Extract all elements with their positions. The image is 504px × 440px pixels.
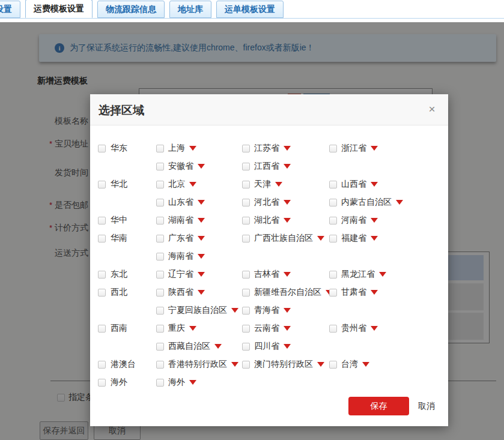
province-item[interactable]: 重庆 bbox=[156, 319, 242, 337]
dropdown-triangle-icon[interactable] bbox=[284, 308, 291, 313]
province-checkbox[interactable] bbox=[242, 325, 250, 333]
province-item[interactable]: 山西省 bbox=[329, 175, 442, 193]
region-item[interactable]: 华东 bbox=[98, 139, 156, 157]
dropdown-triangle-icon[interactable] bbox=[231, 308, 238, 313]
province-item[interactable]: 海南省 bbox=[156, 247, 242, 265]
province-item[interactable]: 贵州省 bbox=[329, 319, 442, 337]
province-item[interactable]: 黑龙江省 bbox=[329, 265, 442, 283]
province-item[interactable]: 宁夏回族自治区 bbox=[156, 301, 242, 319]
dropdown-triangle-icon[interactable] bbox=[371, 290, 378, 295]
province-item[interactable]: 吉林省 bbox=[242, 265, 329, 283]
province-checkbox[interactable] bbox=[242, 199, 250, 206]
province-item[interactable]: 四川省 bbox=[242, 337, 329, 355]
province-checkbox[interactable] bbox=[242, 343, 250, 351]
dropdown-triangle-icon[interactable] bbox=[371, 146, 378, 151]
dropdown-triangle-icon[interactable] bbox=[189, 326, 196, 331]
province-checkbox[interactable] bbox=[156, 271, 164, 279]
province-item[interactable]: 甘肃省 bbox=[329, 283, 442, 301]
dropdown-triangle-icon[interactable] bbox=[198, 254, 205, 259]
dropdown-triangle-icon[interactable] bbox=[284, 164, 291, 169]
dropdown-triangle-icon[interactable] bbox=[198, 272, 205, 277]
province-item[interactable]: 上海 bbox=[156, 139, 242, 157]
region-item[interactable]: 海外 bbox=[98, 373, 156, 391]
province-item[interactable]: 湖北省 bbox=[242, 211, 329, 229]
province-item[interactable]: 内蒙古自治区 bbox=[329, 193, 442, 211]
province-checkbox[interactable] bbox=[156, 181, 164, 188]
province-item[interactable]: 广东省 bbox=[156, 229, 242, 247]
region-checkbox[interactable] bbox=[98, 235, 106, 243]
tab-2[interactable]: 物流跟踪信息 bbox=[97, 1, 165, 18]
province-checkbox[interactable] bbox=[242, 307, 250, 315]
dropdown-triangle-icon[interactable] bbox=[284, 218, 291, 223]
region-item[interactable]: 华北 bbox=[98, 175, 156, 193]
province-item[interactable]: 浙江省 bbox=[329, 139, 442, 157]
province-checkbox[interactable] bbox=[242, 181, 250, 188]
province-checkbox[interactable] bbox=[156, 253, 164, 261]
province-item[interactable]: 江苏省 bbox=[242, 139, 329, 157]
province-checkbox[interactable] bbox=[156, 235, 164, 243]
dropdown-triangle-icon[interactable] bbox=[198, 200, 205, 205]
province-checkbox[interactable] bbox=[156, 307, 164, 315]
province-item[interactable]: 陕西省 bbox=[156, 283, 242, 301]
dropdown-triangle-icon[interactable] bbox=[317, 362, 324, 367]
province-item[interactable]: 北京 bbox=[156, 175, 242, 193]
province-checkbox[interactable] bbox=[242, 145, 250, 152]
region-item[interactable]: 华中 bbox=[98, 211, 156, 229]
dropdown-triangle-icon[interactable] bbox=[189, 182, 196, 187]
tab-4[interactable]: 运单模板设置 bbox=[216, 1, 284, 18]
region-checkbox[interactable] bbox=[98, 271, 106, 279]
dropdown-triangle-icon[interactable] bbox=[284, 272, 291, 277]
province-checkbox[interactable] bbox=[242, 235, 250, 243]
province-checkbox[interactable] bbox=[329, 199, 337, 206]
province-checkbox[interactable] bbox=[242, 271, 250, 279]
dropdown-triangle-icon[interactable] bbox=[284, 326, 291, 331]
province-checkbox[interactable] bbox=[242, 361, 250, 369]
province-item[interactable]: 福建省 bbox=[329, 229, 442, 247]
dropdown-triangle-icon[interactable] bbox=[284, 200, 291, 205]
province-checkbox[interactable] bbox=[242, 217, 250, 225]
dropdown-triangle-icon[interactable] bbox=[231, 362, 238, 367]
region-checkbox[interactable] bbox=[98, 145, 106, 152]
province-checkbox[interactable] bbox=[329, 235, 337, 243]
province-item[interactable]: 海外 bbox=[156, 373, 242, 391]
province-item[interactable]: 山东省 bbox=[156, 193, 242, 211]
dropdown-triangle-icon[interactable] bbox=[396, 200, 403, 205]
province-checkbox[interactable] bbox=[242, 163, 250, 170]
province-item[interactable]: 河南省 bbox=[329, 211, 442, 229]
dropdown-triangle-icon[interactable] bbox=[198, 290, 205, 295]
province-checkbox[interactable] bbox=[156, 325, 164, 333]
region-item[interactable]: 西北 bbox=[98, 283, 156, 301]
dropdown-triangle-icon[interactable] bbox=[317, 236, 324, 241]
dropdown-triangle-icon[interactable] bbox=[198, 236, 205, 241]
dropdown-triangle-icon[interactable] bbox=[284, 344, 291, 349]
province-item[interactable]: 澳门特别行政区 bbox=[242, 355, 329, 373]
province-item[interactable]: 广西壮族自治区 bbox=[242, 229, 329, 247]
province-checkbox[interactable] bbox=[329, 289, 337, 297]
region-item[interactable]: 华南 bbox=[98, 229, 156, 247]
dropdown-triangle-icon[interactable] bbox=[371, 236, 378, 241]
province-item[interactable]: 云南省 bbox=[242, 319, 329, 337]
region-checkbox[interactable] bbox=[98, 181, 106, 188]
tab-0[interactable]: 服务商设置 bbox=[0, 1, 20, 18]
province-checkbox[interactable] bbox=[156, 289, 164, 297]
province-checkbox[interactable] bbox=[156, 217, 164, 225]
dropdown-triangle-icon[interactable] bbox=[371, 326, 378, 331]
dropdown-triangle-icon[interactable] bbox=[189, 380, 196, 385]
province-item[interactable]: 辽宁省 bbox=[156, 265, 242, 283]
region-item[interactable]: 西南 bbox=[98, 319, 156, 337]
province-item[interactable]: 江西省 bbox=[242, 157, 329, 175]
dropdown-triangle-icon[interactable] bbox=[198, 164, 205, 169]
dropdown-triangle-icon[interactable] bbox=[198, 218, 205, 223]
province-item[interactable]: 天津 bbox=[242, 175, 329, 193]
province-checkbox[interactable] bbox=[329, 271, 337, 279]
save-button[interactable]: 保存 bbox=[348, 397, 409, 415]
province-item[interactable]: 台湾 bbox=[329, 355, 442, 373]
cancel-button[interactable]: 取消 bbox=[418, 401, 435, 412]
province-item[interactable]: 安徽省 bbox=[156, 157, 242, 175]
province-item[interactable]: 香港特别行政区 bbox=[156, 355, 242, 373]
dropdown-triangle-icon[interactable] bbox=[371, 182, 378, 187]
dropdown-triangle-icon[interactable] bbox=[214, 344, 222, 349]
province-checkbox[interactable] bbox=[329, 145, 337, 152]
province-checkbox[interactable] bbox=[329, 217, 337, 225]
region-item[interactable]: 港澳台 bbox=[98, 355, 156, 373]
